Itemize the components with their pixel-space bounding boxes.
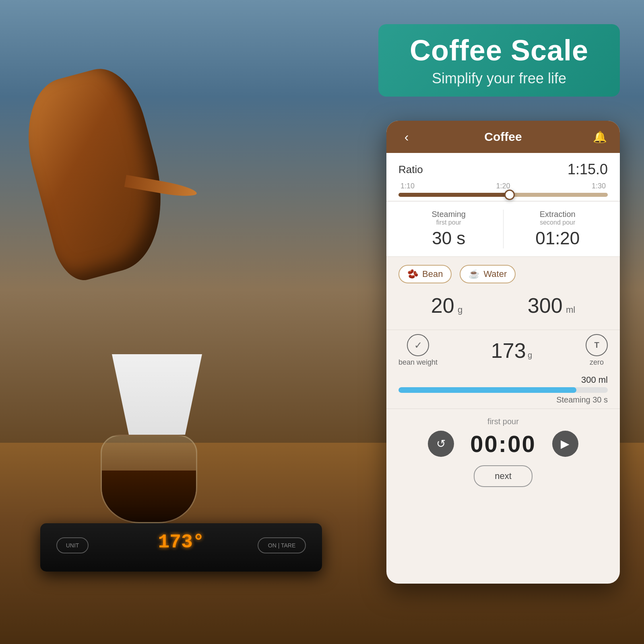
extraction-block: Extraction second pour 01:20 bbox=[508, 210, 608, 248]
next-button[interactable]: next bbox=[474, 465, 533, 487]
extraction-value: 01:20 bbox=[508, 228, 608, 248]
water-amount-block: 300 ml bbox=[528, 293, 575, 318]
ratio-label: Ratio bbox=[398, 163, 423, 176]
ratio-slider-container: 1:10 1:20 1:30 bbox=[398, 182, 608, 197]
steaming-label: Steaming bbox=[398, 210, 499, 219]
water-cup-icon: ☕ bbox=[469, 269, 479, 279]
bean-weight-label: bean weight bbox=[398, 358, 438, 367]
coffee-carafe bbox=[101, 435, 197, 523]
timing-section: Steaming first pour 30 s Extraction seco… bbox=[386, 201, 620, 256]
ratio-slider-thumb[interactable] bbox=[504, 190, 515, 200]
bean-water-section: 🫘 Bean ☕ Water 20 g 300 ml bbox=[386, 257, 620, 330]
coffee-scale-device: UNIT 173° ON | TARE bbox=[40, 523, 322, 572]
ratio-ticks: 1:10 1:20 1:30 bbox=[398, 182, 608, 190]
bean-icon: 🫘 bbox=[407, 269, 418, 279]
banner-subtitle: Simplify your free life bbox=[432, 70, 566, 87]
product-banner: Coffee Scale Simplify your free life bbox=[378, 24, 620, 97]
progress-bar-fill bbox=[398, 387, 576, 393]
bean-tab[interactable]: 🫘 Bean bbox=[398, 265, 452, 283]
check-icon-circle[interactable]: ✓ bbox=[407, 334, 429, 356]
timing-divider bbox=[503, 210, 504, 248]
banner-title: Coffee Scale bbox=[410, 34, 588, 67]
water-unit: ml bbox=[566, 305, 575, 315]
bean-water-tabs: 🫘 Bean ☕ Water bbox=[398, 265, 608, 283]
steaming-sublabel: first pour bbox=[398, 219, 499, 226]
ratio-section: Ratio 1:15.0 1:10 1:20 1:30 bbox=[386, 153, 620, 201]
water-tab-label: Water bbox=[483, 269, 507, 279]
water-amount: 300 bbox=[528, 294, 563, 317]
carafe-coffee-liquid bbox=[102, 471, 196, 522]
progress-label: Steaming 30 s bbox=[398, 395, 608, 405]
zero-icon[interactable]: T bbox=[586, 334, 608, 356]
target-ml-value: 300 ml bbox=[581, 375, 608, 385]
ratio-value: 1:15.0 bbox=[568, 161, 608, 178]
pour-over-setup bbox=[101, 354, 213, 523]
weight-unit: g bbox=[528, 351, 532, 359]
tick-1-30: 1:30 bbox=[592, 182, 606, 190]
coffee-dripper bbox=[101, 354, 213, 435]
bean-tab-label: Bean bbox=[422, 269, 443, 279]
extraction-sublabel: second pour bbox=[508, 219, 608, 226]
app-header: ‹ Coffee 🔔 bbox=[386, 121, 620, 153]
timer-controls: ↺ 00:00 ▶ bbox=[398, 430, 608, 457]
weight-center: 173 g bbox=[446, 339, 578, 363]
bean-amount-block: 20 g bbox=[431, 293, 463, 318]
bell-icon[interactable]: 🔔 bbox=[592, 129, 608, 145]
back-button[interactable]: ‹ bbox=[398, 129, 415, 145]
water-tab[interactable]: ☕ Water bbox=[460, 265, 516, 283]
timer-reset-button[interactable]: ↺ bbox=[428, 431, 454, 457]
tick-1-10: 1:10 bbox=[400, 182, 415, 190]
timer-display: 00:00 bbox=[470, 430, 536, 457]
weight-section: ✓ bean weight 173 g T zero bbox=[386, 330, 620, 375]
zero-block: T zero bbox=[586, 334, 608, 367]
zero-label: zero bbox=[590, 358, 604, 367]
scale-display: 173° bbox=[158, 531, 204, 553]
reset-icon: ↺ bbox=[436, 437, 446, 450]
tick-1-20: 1:20 bbox=[496, 182, 510, 190]
steaming-value: 30 s bbox=[398, 228, 499, 248]
target-ml-row: 300 ml bbox=[386, 375, 620, 385]
timer-section: first pour ↺ 00:00 ▶ next bbox=[386, 409, 620, 499]
timer-play-button[interactable]: ▶ bbox=[552, 431, 578, 457]
app-title: Coffee bbox=[484, 130, 522, 144]
progress-section: Steaming 30 s bbox=[386, 385, 620, 409]
scale-unit-button[interactable]: UNIT bbox=[56, 537, 89, 553]
pour-label: first pour bbox=[398, 417, 608, 426]
play-icon: ▶ bbox=[561, 437, 570, 450]
extraction-label: Extraction bbox=[508, 210, 608, 219]
weight-value: 173 bbox=[491, 339, 526, 362]
ratio-slider-track[interactable] bbox=[398, 193, 608, 197]
phone-app: ‹ Coffee 🔔 Ratio 1:15.0 1:10 1:20 1:30 S… bbox=[386, 121, 620, 584]
steaming-block: Steaming first pour 30 s bbox=[398, 210, 499, 248]
progress-bar-track bbox=[398, 387, 608, 393]
bean-unit: g bbox=[458, 305, 462, 315]
bean-water-values: 20 g 300 ml bbox=[398, 289, 608, 322]
scale-tare-button[interactable]: ON | TARE bbox=[258, 537, 306, 553]
bean-amount: 20 bbox=[431, 294, 454, 317]
